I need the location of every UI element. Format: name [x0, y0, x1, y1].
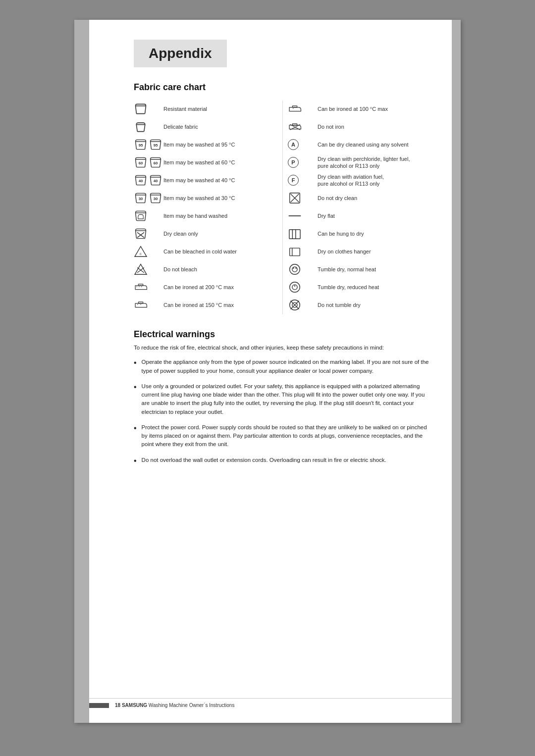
- chart-label: Can be dry cleaned using any solvent: [318, 141, 408, 148]
- svg-text:40: 40: [154, 179, 158, 183]
- chart-row: Dry flat: [288, 207, 431, 224]
- chart-row: 95 95 Item may be washed at 95 °C: [134, 136, 272, 153]
- chart-label: Dry clean with perchloride, lighter fuel…: [318, 155, 410, 170]
- svg-point-39: [295, 267, 297, 269]
- chart-label: Can be ironed at 150 °C max: [163, 302, 234, 308]
- sidebar-right: [452, 20, 461, 723]
- chart-label: Can be hung to dry: [318, 230, 364, 237]
- chart-label: Item may be hand washed: [163, 212, 227, 219]
- circle-f-letter: F: [288, 175, 299, 186]
- chart-label: Dry flat: [318, 212, 335, 219]
- list-item: Do not overload the wall outlet or exten…: [134, 456, 431, 465]
- footer-brand: SAMSUNG: [122, 703, 147, 708]
- hanger-icon: [288, 246, 318, 257]
- hang-dry-icon: [288, 228, 318, 240]
- chart-row: Can be ironed at 200 °C max: [134, 279, 272, 296]
- chart-row: 30 30 Item may be washed at 30 °C: [134, 190, 272, 206]
- page-title-box: Appendix: [134, 40, 227, 67]
- wash30-icon: 30 30: [134, 192, 163, 204]
- chart-row: Dry on clothes hanger: [288, 243, 431, 260]
- svg-text:60: 60: [154, 161, 158, 165]
- svg-text:30: 30: [154, 197, 158, 201]
- no-tumble-icon: [288, 299, 318, 311]
- chart-row: A Can be dry cleaned using any solvent: [288, 136, 431, 153]
- svg-rect-34: [290, 248, 300, 255]
- chart-row: Do not tumble dry: [288, 297, 431, 313]
- chart-row: 40 40 Item may be washed at 40 °C: [134, 172, 272, 189]
- chart-row: 60 60 Item may be washed at 60 °C: [134, 154, 272, 171]
- chart-label: Dry on clothes hanger: [318, 248, 371, 255]
- footer-accent: [89, 703, 109, 708]
- circle-a-icon: A: [288, 139, 318, 150]
- svg-point-23: [293, 108, 294, 109]
- chart-label: Can be ironed at 100 °C max: [318, 105, 388, 112]
- chart-label: Dry clean with aviation fuel,pure alcoho…: [318, 173, 384, 188]
- chart-label: Can be ironed at 200 °C max: [163, 284, 234, 291]
- svg-rect-15: [138, 284, 143, 286]
- circle-p-icon: P: [288, 157, 318, 168]
- no-bleach-icon: [134, 263, 163, 275]
- chart-grid: Resistant material Delicate fabric: [134, 101, 431, 314]
- list-item: Protect the power cord. Power supply cor…: [134, 423, 431, 449]
- chart-label: Item may be washed at 40 °C: [163, 177, 235, 184]
- chart-row: Tumble dry, reduced heat: [288, 279, 431, 296]
- chart-row: Dry clean only: [134, 225, 272, 242]
- chart-label: Tumble dry, reduced heat: [318, 284, 379, 291]
- wash95-icon: 95 95: [134, 139, 163, 151]
- no-dryclean-icon: [288, 192, 318, 204]
- tumble-normal-icon: [288, 263, 318, 275]
- svg-point-18: [141, 286, 142, 287]
- svg-text:95: 95: [139, 143, 143, 148]
- fabric-chart-section: Fabric care chart Resistant material: [134, 82, 431, 314]
- chart-label: Resistant material: [163, 105, 207, 112]
- chart-label: Do not tumble dry: [318, 302, 361, 308]
- chart-row: F Dry clean with aviation fuel,pure alco…: [288, 172, 431, 189]
- footer-text: 18 SAMSUNG Washing Machine Owner´s Instr…: [115, 703, 234, 708]
- svg-point-40: [290, 282, 300, 293]
- svg-point-38: [293, 267, 294, 269]
- chart-row: c Can be bleached in cold water: [134, 243, 272, 260]
- bullet-text: Operate the appliance only from the type…: [142, 358, 431, 375]
- chart-label: Delicate fabric: [163, 123, 198, 130]
- iron100-icon: [288, 103, 318, 115]
- svg-point-16: [136, 286, 137, 287]
- chart-left-col: Resistant material Delicate fabric: [134, 101, 282, 314]
- dry-flat-icon: [288, 210, 318, 222]
- iron150-icon: [134, 299, 163, 311]
- svg-text:40: 40: [139, 179, 143, 183]
- svg-marker-12: [135, 264, 147, 275]
- circle-p-letter: P: [288, 157, 299, 168]
- bullet-text: Protect the power cord. Power supply cor…: [142, 423, 431, 449]
- chart-row: Do not iron: [288, 118, 431, 135]
- no-iron-icon: [288, 121, 318, 133]
- wash40-icon: 40 40: [134, 174, 163, 186]
- list-item: Use only a grounded or polarized outlet.…: [134, 382, 431, 416]
- chart-label: Item may be washed at 95 °C: [163, 141, 235, 148]
- chart-row: Tumble dry, normal heat: [288, 261, 431, 278]
- footer: 18 SAMSUNG Washing Machine Owner´s Instr…: [89, 698, 452, 708]
- bullet-list: Operate the appliance only from the type…: [134, 358, 431, 465]
- tub-icon: [134, 103, 163, 115]
- svg-point-21: [140, 304, 141, 305]
- chart-label: Tumble dry, normal heat: [318, 266, 376, 273]
- chart-label: Do not iron: [318, 123, 344, 130]
- wash60-icon: 60 60: [134, 156, 163, 168]
- electrical-intro: To reduce the risk of fire, electrical s…: [134, 344, 431, 352]
- chart-row: P Dry clean with perchloride, lighter fu…: [288, 154, 431, 171]
- footer-page-num: 18: [115, 703, 120, 708]
- chart-label: Item may be washed at 60 °C: [163, 159, 235, 166]
- chart-right-col: Can be ironed at 100 °C max Do not iron: [282, 101, 431, 314]
- sidebar-left: [74, 20, 89, 723]
- section1-title: Fabric care chart: [134, 82, 431, 93]
- chart-row: Resistant material: [134, 101, 272, 117]
- chart-row: Can be ironed at 150 °C max: [134, 297, 272, 313]
- hand-wash-icon: [134, 210, 163, 222]
- chart-row: Do not dry clean: [288, 190, 431, 206]
- chart-row: Can be ironed at 100 °C max: [288, 101, 431, 117]
- tumble-reduced-icon: [288, 281, 318, 293]
- svg-point-20: [137, 304, 138, 305]
- tub-small-icon: [134, 121, 163, 133]
- svg-text:c: c: [140, 252, 142, 256]
- svg-point-37: [292, 267, 297, 272]
- bleach-ok-icon: c: [134, 246, 163, 257]
